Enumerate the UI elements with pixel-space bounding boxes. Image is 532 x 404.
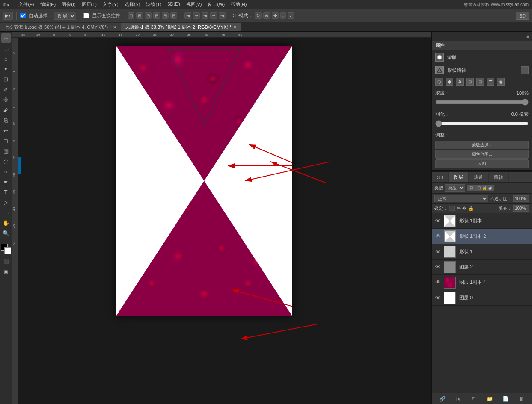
mask-icon[interactable] (435, 53, 444, 62)
lock-position-icon[interactable]: ✥ (462, 206, 466, 211)
panel-icon-5[interactable]: ⊟ (476, 78, 484, 86)
layer-eye-3[interactable]: 👁 (434, 264, 441, 270)
layer-item-1[interactable]: 👁 形状 1副本 2 (432, 229, 532, 244)
dist4-btn[interactable]: ⇥ (210, 12, 217, 19)
eraser-tool[interactable]: ◻ (1, 136, 11, 145)
panel-icon-2[interactable]: ⬢ (446, 78, 453, 86)
magic-wand-tool[interactable]: ✦ (1, 64, 11, 74)
tab-2-close[interactable]: ✕ (233, 25, 237, 29)
eyedropper-tool[interactable]: ✐ (1, 85, 11, 94)
panel-icon-7[interactable]: ◉ (497, 78, 505, 86)
align-bottom-btn[interactable]: ⊟ (170, 12, 177, 19)
brush-tool[interactable]: 🖌 (1, 105, 11, 115)
density-slider[interactable] (435, 99, 529, 106)
shape-path-icon[interactable] (435, 66, 444, 74)
menu-3d[interactable]: 3D(D) (165, 0, 182, 9)
panel-collapse-icon[interactable]: ≡ (526, 33, 529, 39)
tab-channels[interactable]: 通道 (469, 172, 489, 182)
layer-item-2[interactable]: 👁 形状 1 (432, 244, 532, 260)
tab-1[interactable]: 七夕节海报.psd @ 50% (图层 1 副本 4, CMYK/8*) * ✕ (0, 23, 121, 31)
menu-image[interactable]: 图像(I) (59, 0, 78, 9)
layer-item-0[interactable]: 👁 形状 1副本 (432, 213, 532, 229)
lasso-tool[interactable]: ⌕ (1, 54, 11, 63)
move-tool-arrow[interactable]: ▶▾ (3, 12, 13, 20)
path-select-tool[interactable]: ▷ (1, 198, 11, 207)
menu-select[interactable]: 选择(S) (122, 0, 143, 9)
delete-layer-btn[interactable]: 🗑 (518, 395, 526, 403)
layer-eye-4[interactable]: 👁 (434, 279, 441, 286)
marquee-tool[interactable]: ⬚ (1, 44, 11, 53)
menu-layer[interactable]: 图层(L) (79, 0, 99, 9)
canvas-area[interactable] (18, 38, 431, 404)
shape-tool[interactable]: ▭ (1, 208, 11, 217)
color-boxes[interactable] (1, 244, 11, 254)
3d-slide-btn[interactable]: ↕ (280, 12, 286, 19)
menu-text[interactable]: 文字(Y) (100, 0, 121, 9)
layer-filter-icons[interactable]: ⊞ T ⊡ 🔒 ◉ (467, 185, 494, 191)
align-left-btn[interactable]: ⊡ (128, 12, 134, 19)
panel-icon-6[interactable]: ☰ (487, 78, 494, 86)
blend-mode-select[interactable]: 正常 (434, 195, 488, 202)
3d-mode-value[interactable]: 3D (516, 12, 529, 20)
crop-tool[interactable]: ⊡ (1, 74, 11, 84)
menu-help[interactable]: 帮助(H) (228, 0, 249, 9)
fill-input[interactable]: 100% (513, 205, 529, 212)
new-layer-btn[interactable]: 📄 (502, 395, 510, 403)
layer-eye-2[interactable]: 👁 (434, 248, 441, 255)
pen-tool[interactable]: ✒ (1, 177, 11, 186)
invert-btn[interactable]: 反相 (435, 159, 529, 168)
panel-icon-4[interactable]: ⊞ (466, 78, 474, 86)
add-style-btn[interactable]: fx (455, 395, 462, 403)
auto-select-checkbox[interactable] (20, 13, 26, 18)
lock-transparent-icon[interactable]: ⬛ (449, 206, 455, 211)
hand-tool[interactable]: ✋ (1, 218, 11, 227)
align-center-h-btn[interactable]: ⊞ (136, 12, 143, 19)
menu-file[interactable]: 文件(F) (16, 0, 36, 9)
tab-2[interactable]: 未标题-1 @ 33.3% (形状 1 副本 2, RGB/8/CMYK) * … (121, 23, 241, 31)
menu-window[interactable]: 窗口(W) (205, 0, 227, 9)
align-right-btn[interactable]: ⊡ (145, 12, 152, 19)
history-brush-tool[interactable]: ↩ (1, 126, 11, 135)
move-tool[interactable]: ⊹ (1, 33, 11, 43)
layer-item-4[interactable]: 👁 图层 1副本 4 (432, 275, 532, 290)
menu-view[interactable]: 视图(V) (184, 0, 205, 9)
add-mask-btn[interactable]: ⬚ (470, 395, 478, 403)
layer-type-select[interactable]: 类型 (445, 184, 465, 192)
feather-slider[interactable] (435, 120, 529, 127)
new-group-btn[interactable]: 📁 (486, 395, 494, 403)
3d-rotate-btn[interactable]: ↻ (255, 12, 262, 19)
shape-path-icon2[interactable] (521, 66, 529, 74)
align-top-btn[interactable]: ⊟ (153, 12, 160, 19)
dist5-btn[interactable]: ⇥ (219, 12, 226, 19)
align-center-v-btn[interactable]: ⊟ (162, 12, 169, 19)
lock-paint-icon[interactable]: ✏ (457, 206, 461, 211)
layer-eye-1[interactable]: 👁 (434, 233, 441, 239)
3d-scale-btn[interactable]: ⤢ (288, 12, 294, 19)
text-tool[interactable]: T (1, 187, 11, 197)
dist3-btn[interactable]: ⇥ (202, 12, 208, 19)
dist2-btn[interactable]: ⇥ (193, 12, 200, 19)
menu-edit[interactable]: 编辑(E) (38, 0, 59, 9)
layer-eye-0[interactable]: 👁 (434, 218, 441, 224)
zoom-tool[interactable]: 🔍 (1, 228, 11, 238)
color-range-btn[interactable]: 颜色范围... (435, 150, 529, 159)
show-transform-checkbox[interactable] (83, 13, 89, 18)
blur-tool[interactable]: ◌ (1, 156, 11, 166)
background-color[interactable] (4, 247, 11, 254)
3d-pan-btn[interactable]: ✥ (272, 12, 279, 19)
gradient-tool[interactable]: ▦ (1, 146, 11, 156)
tab-layers[interactable]: 图层 (449, 172, 469, 182)
layer-item-3[interactable]: 👁 图层 2 (432, 260, 532, 275)
3d-roll-btn[interactable]: ⊕ (263, 12, 270, 19)
opacity-input[interactable]: 100% (513, 195, 529, 202)
healing-tool[interactable]: ✙ (1, 95, 11, 104)
dodge-tool[interactable]: ○ (1, 167, 11, 176)
panel-icon-1[interactable]: ⬡ (435, 78, 443, 86)
tab-3d[interactable]: 3D (432, 173, 449, 182)
mask-edge-btn[interactable]: 蒙版边缘... (435, 141, 529, 149)
layer-item-5[interactable]: 👁 图层 0 (432, 290, 532, 306)
dist1-btn[interactable]: ⇥ (184, 12, 191, 19)
tab-1-close[interactable]: ✕ (113, 25, 116, 29)
panel-icon-3[interactable]: A (456, 78, 464, 86)
layer-eye-5[interactable]: 👁 (434, 295, 441, 301)
